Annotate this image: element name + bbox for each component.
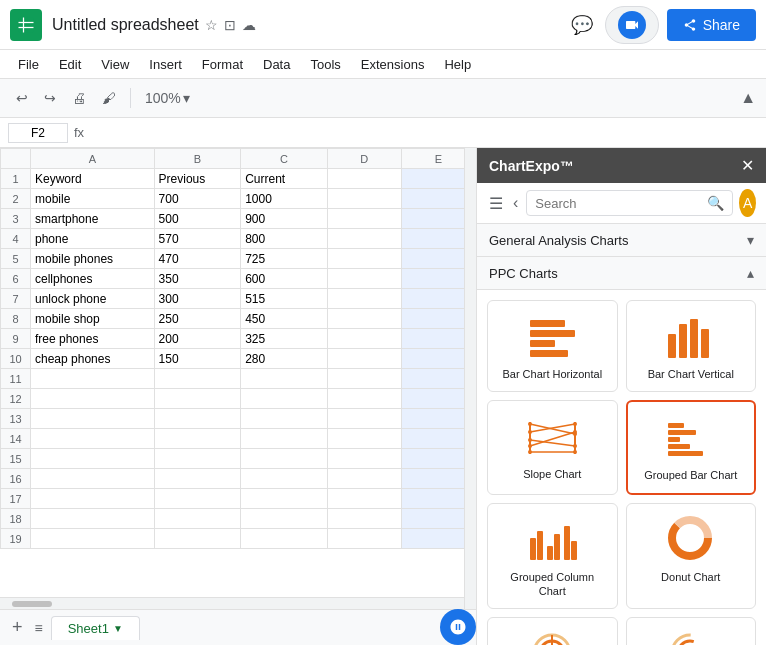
corner-cell: [1, 149, 31, 169]
cell-b2[interactable]: 700: [154, 189, 241, 209]
menu-format[interactable]: Format: [194, 55, 251, 74]
grouped-column-label: Grouped Column Chart: [498, 570, 607, 599]
zoom-button[interactable]: 100% ▾: [139, 86, 196, 110]
cell-b3[interactable]: 500: [154, 209, 241, 229]
sheet-list-button[interactable]: ≡: [31, 618, 47, 638]
general-analysis-section[interactable]: General Analysis Charts ▾: [477, 224, 766, 257]
donut-label: Donut Chart: [661, 570, 720, 584]
cell-d2[interactable]: [327, 189, 401, 209]
cell-d3[interactable]: [327, 209, 401, 229]
menu-insert[interactable]: Insert: [141, 55, 190, 74]
cell-a8[interactable]: mobile shop: [31, 309, 155, 329]
col-header-c[interactable]: C: [241, 149, 328, 169]
menu-data[interactable]: Data: [255, 55, 298, 74]
comment-button[interactable]: 💬: [567, 10, 597, 40]
cell-d6[interactable]: [327, 269, 401, 289]
menu-file[interactable]: File: [10, 55, 47, 74]
doc-title[interactable]: Untitled spreadsheet: [52, 16, 199, 34]
chart-card-grouped-bar[interactable]: Grouped Bar Chart: [626, 400, 757, 494]
horizontal-scrollbar[interactable]: [0, 597, 464, 609]
undo-button[interactable]: ↩: [10, 86, 34, 110]
cell-a9[interactable]: free phones: [31, 329, 155, 349]
menu-help[interactable]: Help: [436, 55, 479, 74]
cell-c4[interactable]: 800: [241, 229, 328, 249]
cell-a2[interactable]: mobile: [31, 189, 155, 209]
meet-button[interactable]: [605, 6, 659, 44]
cell-a7[interactable]: unlock phone: [31, 289, 155, 309]
cell-a6[interactable]: cellphones: [31, 269, 155, 289]
redo-button[interactable]: ↪: [38, 86, 62, 110]
cell-c6[interactable]: 600: [241, 269, 328, 289]
cell-c9[interactable]: 325: [241, 329, 328, 349]
bar-horizontal-label: Bar Chart Horizontal: [502, 367, 602, 381]
cell-d9[interactable]: [327, 329, 401, 349]
cell-d8[interactable]: [327, 309, 401, 329]
cell-b1[interactable]: Previous: [154, 169, 241, 189]
share-button[interactable]: Share: [667, 9, 756, 41]
svg-rect-33: [668, 451, 703, 456]
chart-card-slope[interactable]: Slope Chart: [487, 400, 618, 494]
cell-d1[interactable]: [327, 169, 401, 189]
search-input[interactable]: [535, 196, 703, 211]
ppc-charts-section[interactable]: PPC Charts ▴: [477, 257, 766, 290]
col-header-b[interactable]: B: [154, 149, 241, 169]
cell-a10[interactable]: cheap phones: [31, 349, 155, 369]
cell-c7[interactable]: 515: [241, 289, 328, 309]
cell-a4[interactable]: phone: [31, 229, 155, 249]
panel-menu-button[interactable]: ☰: [487, 192, 505, 215]
cell-b10[interactable]: 150: [154, 349, 241, 369]
cell-b8[interactable]: 250: [154, 309, 241, 329]
cell-a3[interactable]: smartphone: [31, 209, 155, 229]
menu-extensions[interactable]: Extensions: [353, 55, 433, 74]
chart-card-radial2[interactable]: [626, 617, 757, 645]
toolbar: ↩ ↪ 🖨 🖌 100% ▾ ▲: [0, 78, 766, 118]
cell-c3[interactable]: 900: [241, 209, 328, 229]
collapse-button[interactable]: ▲: [740, 89, 756, 107]
col-header-d[interactable]: D: [327, 149, 401, 169]
add-sheet-button[interactable]: +: [8, 615, 27, 640]
chart-card-bar-horizontal[interactable]: Bar Chart Horizontal: [487, 300, 618, 392]
chart-card-bar-vertical[interactable]: Bar Chart Vertical: [626, 300, 757, 392]
sheet-tab-sheet1[interactable]: Sheet1 ▼: [51, 616, 140, 640]
cell-b6[interactable]: 350: [154, 269, 241, 289]
svg-rect-5: [530, 330, 575, 337]
cell-a1[interactable]: Keyword: [31, 169, 155, 189]
cell-b4[interactable]: 570: [154, 229, 241, 249]
print-button[interactable]: 🖨: [66, 86, 92, 110]
chart-card-donut[interactable]: Donut Chart: [626, 503, 757, 610]
cell-c5[interactable]: 725: [241, 249, 328, 269]
paint-format-button[interactable]: 🖌: [96, 86, 122, 110]
cell-d5[interactable]: [327, 249, 401, 269]
notification-button[interactable]: A: [739, 189, 756, 217]
sheet-tab-label: Sheet1: [68, 621, 109, 636]
col-header-a[interactable]: A: [31, 149, 155, 169]
cell-d10[interactable]: [327, 349, 401, 369]
explore-button[interactable]: [440, 609, 476, 645]
chart-card-grouped-column[interactable]: Grouped Column Chart: [487, 503, 618, 610]
cell-c1[interactable]: Current: [241, 169, 328, 189]
menu-tools[interactable]: Tools: [302, 55, 348, 74]
cell-d7[interactable]: [327, 289, 401, 309]
cell-c8[interactable]: 450: [241, 309, 328, 329]
chart-card-radial1[interactable]: [487, 617, 618, 645]
grouped-bar-icon: [661, 412, 721, 462]
cloud-icon[interactable]: ☁: [242, 17, 256, 33]
menu-bar: File Edit View Insert Format Data Tools …: [0, 50, 766, 78]
cell-a5[interactable]: mobile phones: [31, 249, 155, 269]
star-icon[interactable]: ☆: [205, 17, 218, 33]
menu-view[interactable]: View: [93, 55, 137, 74]
cell-reference[interactable]: [8, 123, 68, 143]
vertical-scrollbar[interactable]: [464, 148, 476, 609]
panel-back-button[interactable]: ‹: [511, 192, 520, 214]
cell-c10[interactable]: 280: [241, 349, 328, 369]
menu-edit[interactable]: Edit: [51, 55, 89, 74]
cell-b9[interactable]: 200: [154, 329, 241, 349]
cell-b5[interactable]: 470: [154, 249, 241, 269]
cell-b7[interactable]: 300: [154, 289, 241, 309]
sheet-tabs: + ≡ Sheet1 ▼: [0, 609, 476, 645]
svg-rect-8: [668, 334, 676, 358]
folder-icon[interactable]: ⊡: [224, 17, 236, 33]
cell-d4[interactable]: [327, 229, 401, 249]
cell-c2[interactable]: 1000: [241, 189, 328, 209]
panel-close-button[interactable]: ✕: [741, 156, 754, 175]
